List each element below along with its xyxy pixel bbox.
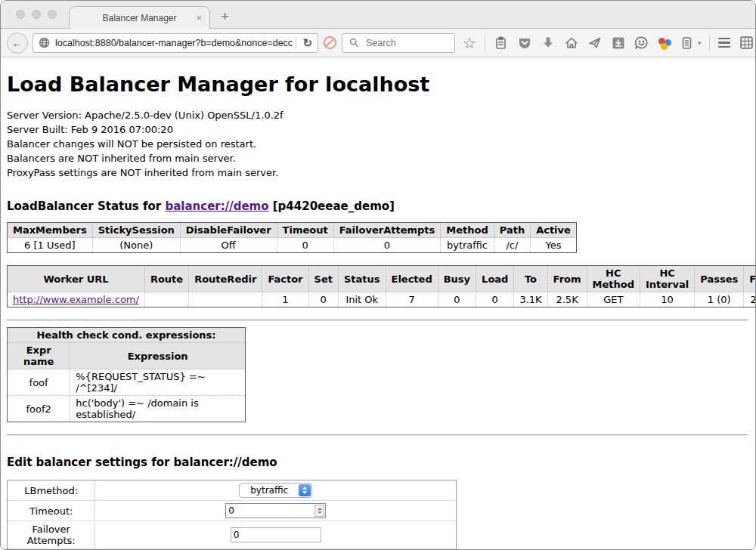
- val-stickysession: (None): [92, 238, 180, 253]
- tab-title: Balancer Manager: [102, 13, 176, 23]
- colors-extension-icon[interactable]: [658, 36, 671, 50]
- failover-attempts-input[interactable]: [231, 527, 321, 542]
- extension-dropdown-icon[interactable]: ▾: [698, 39, 702, 47]
- toolbar-divider: [485, 36, 485, 51]
- tab-balancer-manager[interactable]: Balancer Manager ×: [69, 6, 210, 29]
- failover-attempts-row: Failover Attempts:: [8, 521, 457, 549]
- val-path: /c/: [494, 238, 530, 253]
- expr-value-foof: %{REQUEST_STATUS} =~ /^[234]/: [70, 369, 246, 396]
- tab-close-icon[interactable]: ×: [196, 13, 202, 23]
- disable-failover-label: Disable Failover:: [8, 549, 95, 550]
- col-expression: Expression: [70, 343, 246, 369]
- menu-icon[interactable]: [718, 38, 730, 48]
- edit-settings-heading: Edit balancer settings for balancer://de…: [7, 456, 748, 469]
- clipboard-icon[interactable]: [494, 36, 509, 51]
- smiley-icon[interactable]: [634, 36, 649, 51]
- val-from: 2.5K: [547, 292, 587, 307]
- timeout-input[interactable]: [225, 503, 326, 518]
- search-bar[interactable]: [342, 33, 455, 53]
- timeout-label: Timeout:: [8, 501, 95, 521]
- tab-groups-icon[interactable]: [739, 36, 754, 51]
- status-header-row: MaxMembers StickySession DisableFailover…: [8, 223, 577, 238]
- health-header-row: Expr name Expression: [8, 343, 246, 369]
- expr-name-foof2: foof2: [8, 396, 70, 422]
- urlbar-divider: [296, 37, 296, 49]
- pocket-icon[interactable]: [517, 36, 532, 51]
- blocked-icon[interactable]: [323, 36, 337, 51]
- back-button[interactable]: ←: [7, 32, 28, 54]
- col-disablefailover: DisableFailover: [180, 223, 277, 238]
- val-route: [144, 292, 188, 307]
- home-icon[interactable]: [564, 36, 579, 51]
- toolbar-icons: ☆: [463, 36, 754, 51]
- server-info: Server Version: Apache/2.5.0-dev (Unix) …: [7, 108, 748, 180]
- val-elected: 7: [386, 292, 438, 307]
- col-from: From: [547, 266, 587, 292]
- val-fails: 2 (0): [744, 292, 755, 307]
- val-hc-method: GET: [587, 292, 640, 307]
- health-check-table: Health check cond. expressions: Expr nam…: [7, 327, 246, 422]
- col-fails: Fails: [744, 266, 755, 292]
- expr-value-foof2: hc('body') =~ /domain is established/: [70, 396, 246, 422]
- page-title: Load Balancer Manager for localhost: [7, 73, 748, 96]
- navigation-toolbar: ← localhost:8880/balancer-manager?b=demo…: [1, 29, 755, 57]
- reload-button[interactable]: ↻: [300, 36, 314, 50]
- col-passes: Passes: [695, 266, 744, 292]
- lbmethod-selected-value: bytraffic: [250, 485, 288, 496]
- val-timeout: 0: [277, 238, 333, 253]
- col-status: Status: [338, 266, 386, 292]
- download-icon[interactable]: [541, 36, 556, 51]
- section-divider-2: [7, 434, 748, 436]
- health-row-foof2: foof2 hc('body') =~ /domain is establish…: [8, 396, 246, 422]
- minimize-window-button[interactable]: [32, 10, 41, 19]
- col-busy: Busy: [438, 266, 476, 292]
- send-icon[interactable]: [587, 36, 603, 51]
- worker-url-cell: http://www.example.com/: [8, 292, 145, 307]
- proxypass-notice-line: ProxyPass settings are NOT inherited fro…: [7, 165, 748, 180]
- notes-extension-icon[interactable]: [680, 36, 695, 51]
- col-active: Active: [531, 223, 577, 238]
- timeout-spinner[interactable]: [314, 505, 324, 517]
- zoom-window-button[interactable]: [48, 10, 57, 19]
- val-passes: 1 (0): [695, 292, 744, 307]
- timeout-row: Timeout:: [8, 501, 457, 521]
- close-window-button[interactable]: [16, 10, 25, 19]
- lbmethod-select[interactable]: bytraffic: [239, 483, 312, 498]
- health-title-row: Health check cond. expressions:: [8, 328, 246, 343]
- persist-notice-line: Balancer changes will NOT be persisted o…: [7, 137, 748, 151]
- val-maxmembers: 6 [1 Used]: [8, 238, 93, 253]
- col-failoverattempts: FailoverAttempts: [333, 223, 441, 238]
- new-tab-button[interactable]: +: [221, 8, 229, 25]
- worker-table: Worker URL Route RouteRedir Factor Set S…: [7, 265, 755, 307]
- col-routeredir: RouteRedir: [189, 266, 262, 292]
- val-to: 3.1K: [514, 292, 547, 307]
- val-active: Yes: [531, 238, 577, 253]
- val-status: Init Ok: [338, 292, 386, 307]
- select-stepper-icon: [299, 484, 311, 496]
- search-input[interactable]: [364, 37, 443, 49]
- worker-header-row: Worker URL Route RouteRedir Factor Set S…: [8, 266, 756, 292]
- col-factor: Factor: [262, 266, 308, 292]
- worker-url-link[interactable]: http://www.example.com/: [13, 294, 139, 305]
- val-load: 0: [476, 292, 514, 307]
- balancer-status-table: MaxMembers StickySession DisableFailover…: [7, 222, 577, 253]
- col-path: Path: [494, 223, 530, 238]
- col-hc-interval: HC Interval: [640, 266, 694, 292]
- balancer-link[interactable]: balancer://demo: [165, 199, 268, 213]
- val-failoverattempts: 0: [333, 238, 441, 253]
- save-page-icon[interactable]: [611, 36, 626, 51]
- server-built-line: Server Built: Feb 9 2016 07:00:20: [7, 122, 748, 137]
- globe-icon: [36, 36, 51, 51]
- lbmethod-row: LBmethod: bytraffic: [8, 480, 457, 501]
- inherit-notice-line: Balancers are NOT inherited from main se…: [7, 151, 748, 165]
- tab-bar: Balancer Manager × +: [1, 1, 755, 29]
- back-icon: ←: [12, 36, 23, 49]
- url-bar[interactable]: localhost:8880/balancer-manager?b=demo&n…: [33, 33, 318, 53]
- url-input[interactable]: localhost:8880/balancer-manager?b=demo&n…: [55, 38, 292, 48]
- search-icon: [346, 36, 361, 51]
- col-stickysession: StickySession: [92, 223, 180, 238]
- col-load: Load: [476, 266, 514, 292]
- bookmark-star-icon[interactable]: ☆: [463, 36, 476, 51]
- worker-data-row: http://www.example.com/ 1 0 Init Ok 7 0 …: [8, 292, 756, 307]
- health-table-title: Health check cond. expressions:: [8, 328, 246, 343]
